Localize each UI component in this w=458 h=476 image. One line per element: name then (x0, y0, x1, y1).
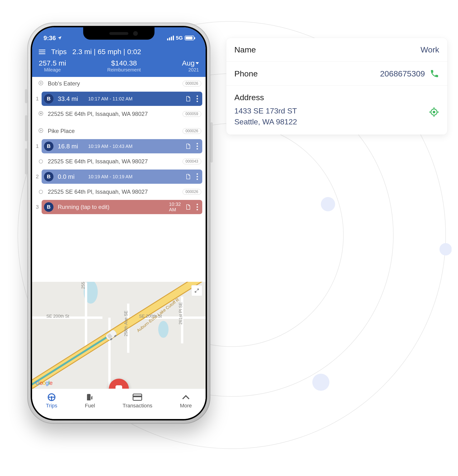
file-icon[interactable] (185, 143, 191, 150)
nav-label: Trips (46, 403, 57, 409)
trip-pill[interactable]: B 0.0 mi 10:19 AM - 10:19 AM (42, 170, 202, 184)
contact-name-label: Name (234, 45, 256, 54)
trip-row[interactable]: 1 B 16.8 mi 10:19 AM - 10:43 AM (32, 138, 206, 155)
location-badge: 000026 (183, 81, 201, 86)
file-icon[interactable] (185, 173, 191, 180)
location-row-start[interactable]: Pike Place 000026 (32, 124, 206, 138)
app-header: Trips 2.3 mi | 65 mph | 0:02 257.5 mi Mi… (32, 44, 206, 77)
chevron-up-icon (181, 393, 191, 401)
location-name: 22525 SE 64th Pl, Issaquah, WA 98027 (48, 158, 179, 165)
type-badge-b: B (44, 142, 53, 151)
nav-label: More (180, 403, 192, 409)
reimbursement-label: Reimbursement (107, 67, 141, 73)
nav-more[interactable]: More (180, 393, 192, 409)
waypoint-icon (38, 189, 44, 195)
location-badge: 000026 (183, 128, 201, 134)
trip-index: 1 (35, 96, 39, 102)
steering-wheel-icon (47, 393, 56, 401)
kebab-icon[interactable] (195, 173, 199, 180)
svg-point-5 (312, 374, 329, 391)
map-attribution: Google (35, 380, 52, 386)
nav-transactions[interactable]: Transactions (123, 393, 152, 409)
trip-times: 10:19 AM - 10:19 AM (88, 174, 181, 179)
file-icon[interactable] (185, 204, 191, 210)
contact-name-row: Name Work (226, 38, 447, 62)
svg-rect-14 (40, 113, 42, 114)
svg-point-21 (51, 396, 53, 398)
location-row-end[interactable]: 22525 SE 64th Pl, Issaquah, WA 98027 000… (32, 107, 206, 121)
location-badge: 000043 (183, 159, 201, 164)
trip-pill[interactable]: B 33.4 mi 10:17 AM - 11:02 AM (42, 92, 202, 106)
header-title: Trips (51, 48, 67, 56)
nav-label: Fuel (85, 403, 95, 409)
contact-phone-row: Phone 2068675309 (226, 62, 447, 86)
svg-point-17 (39, 190, 43, 194)
kebab-icon[interactable] (195, 204, 199, 210)
play-pin-icon (38, 128, 44, 134)
location-arrow-icon (57, 36, 62, 40)
trip-times: 10:19 AM - 10:43 AM (88, 144, 181, 149)
header-summary: 2.3 mi | 65 mph | 0:02 (72, 48, 141, 56)
trip-pill-running[interactable]: B Running (tap to edit) 10:32 AM (42, 200, 202, 214)
svg-point-7 (433, 111, 435, 113)
trip-pill[interactable]: B 16.8 mi 10:19 AM - 10:43 AM (42, 139, 202, 153)
contact-address-value: 1433 SE 173rd ST Seattle, WA 98122 (234, 105, 297, 128)
month-year: 2021 (182, 67, 199, 73)
svg-point-3 (321, 197, 335, 211)
kebab-icon[interactable] (195, 95, 199, 102)
nav-trips[interactable]: Trips (46, 393, 57, 409)
status-time: 9:36 (44, 34, 56, 42)
kebab-icon[interactable] (195, 143, 199, 150)
location-name: 22525 SE 64th Pl, Issaquah, WA 98027 (48, 188, 179, 195)
map-roads (32, 282, 206, 389)
month-value: Aug (182, 59, 195, 67)
location-badge: 000026 (183, 189, 201, 195)
trip-row-running[interactable]: 3 B Running (tap to edit) 10:32 AM (32, 198, 206, 216)
location-row-start[interactable]: Bob's Eatery 000026 (32, 77, 206, 90)
street-label: SE 200th St (46, 314, 69, 319)
file-icon[interactable] (185, 95, 191, 102)
contact-address-row: Address 1433 SE 173rd ST Seattle, WA 981… (226, 86, 447, 135)
trip-distance: 0.0 mi (58, 173, 84, 180)
locate-icon[interactable] (429, 107, 439, 117)
address-line-1: 1433 SE 173rd ST (234, 105, 297, 116)
trip-times: 10:17 AM - 11:02 AM (88, 96, 181, 102)
reimbursement-value: $140.38 (107, 59, 141, 67)
location-name: Bob's Eatery (48, 80, 179, 87)
svg-point-4 (440, 243, 452, 255)
trip-running-time: 10:32 AM (169, 202, 181, 212)
waypoint-icon (38, 158, 44, 164)
play-pin-icon (38, 80, 44, 87)
chevron-down-icon (196, 62, 199, 64)
type-badge-b: B (44, 202, 53, 212)
location-name: Pike Place (48, 128, 179, 134)
stat-month[interactable]: Aug 2021 (182, 59, 199, 73)
credit-card-icon (133, 393, 142, 401)
svg-point-16 (39, 160, 43, 163)
trip-index: 2 (35, 174, 39, 180)
menu-icon[interactable] (39, 50, 45, 54)
signal-icon (167, 36, 174, 40)
trip-distance: 33.4 mi (58, 95, 84, 102)
location-badge: 000059 (183, 111, 201, 117)
stat-mileage: 257.5 mi Mileage (39, 59, 66, 73)
type-badge-b: B (44, 94, 53, 103)
expand-map-button[interactable] (191, 285, 202, 296)
trip-list[interactable]: Bob's Eatery 000026 1 B 33.4 mi 10:17 AM… (32, 77, 206, 282)
svg-rect-23 (133, 396, 142, 397)
trip-row[interactable]: 2 B 0.0 mi 10:19 AM - 10:19 AM (32, 168, 206, 185)
stop-icon (115, 385, 122, 389)
trip-index: 3 (35, 204, 39, 210)
bottom-nav: Trips Fuel Transactions (32, 389, 206, 419)
nav-fuel[interactable]: Fuel (85, 393, 95, 409)
location-row-mid[interactable]: 22525 SE 64th Pl, Issaquah, WA 98027 000… (32, 155, 206, 168)
location-row-mid[interactable]: 22525 SE 64th Pl, Issaquah, WA 98027 000… (32, 185, 206, 198)
map-view[interactable]: SE 200th St SE 200th St 255th Ave SE 258… (32, 282, 206, 389)
trip-running-label: Running (tap to edit) (58, 204, 165, 210)
phone-icon[interactable] (430, 69, 439, 78)
contact-phone-value[interactable]: 2068675309 (262, 69, 425, 78)
contact-name-value: Work (261, 45, 439, 54)
trip-row[interactable]: 1 B 33.4 mi 10:17 AM - 11:02 AM (32, 90, 206, 107)
mileage-label: Mileage (39, 67, 66, 73)
battery-icon (185, 36, 194, 40)
